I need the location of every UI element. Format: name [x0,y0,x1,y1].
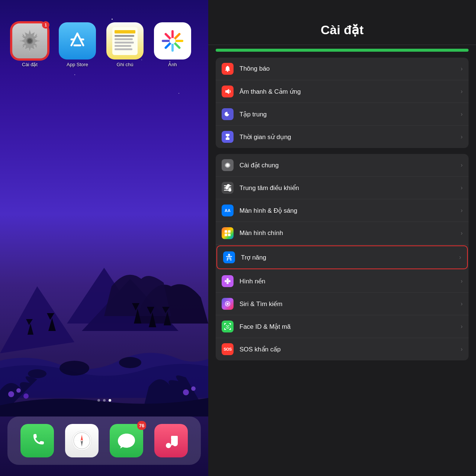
row-wallpaper[interactable]: Hình nền › [216,270,469,293]
svg-rect-46 [230,328,231,330]
dot-3 [109,399,111,402]
sound-icon [222,86,234,97]
appstore-icon[interactable] [59,22,96,60]
controlcenter-chevron: › [461,184,463,191]
svg-rect-29 [225,234,227,236]
general-label: Cài đặt chung [239,161,461,169]
flower-svg [224,277,231,285]
display-icon: AA [222,205,234,216]
sos-chevron: › [461,346,463,353]
settings-app-label: Cài đặt [22,62,38,67]
photos-icon[interactable] [154,22,191,60]
dock-music[interactable] [154,424,188,457]
row-screentime[interactable]: Thời gian sử dụng › [216,126,469,148]
row-focus[interactable]: Tập trung › [216,103,469,126]
faceid-label: Face ID & Mật mã [239,323,461,331]
row-accessibility[interactable]: Trợ năng › [216,245,468,269]
notifications-icon [222,63,234,75]
accessibility-svg [225,253,233,261]
svg-rect-28 [228,230,231,233]
dock-phone[interactable] [20,424,54,457]
music-icon [161,431,181,451]
controlcenter-label: Trung tâm điều khiển [239,184,461,192]
settings-header: Cài đặt [208,0,476,45]
row-controlcenter[interactable]: Trung tâm điều khiển › [216,177,469,199]
row-notifications[interactable]: Thông báo › [216,58,469,80]
settings-badge: 1 [42,21,49,29]
general-icon [222,159,234,171]
display-label: Màn hình & Độ sáng [239,207,461,215]
row-display[interactable]: AA Màn hình & Độ sáng › [216,199,469,222]
grid-svg [224,229,231,237]
notes-inner [112,27,138,55]
photos-app[interactable]: Ảnh [154,22,191,67]
svg-point-47 [226,325,227,326]
svg-rect-43 [224,323,225,325]
dot-1 [97,399,100,402]
focus-chevron: › [461,111,463,118]
screentime-icon [222,131,234,143]
row-general[interactable]: Cài đặt chung › [216,154,469,177]
row-faceid[interactable]: Face ID & Mật mã › [216,315,469,338]
svg-point-14 [28,39,32,43]
slider-dot-3 [228,189,231,192]
siri-svg [223,300,232,308]
appstore-app[interactable]: App Store [59,22,96,67]
top-indicator-bar [216,49,469,52]
svg-point-22 [166,443,171,448]
dock-messages[interactable]: 76 [110,424,143,457]
focus-icon [222,108,234,120]
svg-point-15 [170,38,176,44]
svg-point-7 [16,388,21,393]
photos-app-label: Ảnh [168,62,177,67]
svg-point-38 [226,303,229,305]
wallpaper-icon [222,275,234,287]
settings-icon[interactable]: 1 [11,22,48,60]
sound-chevron: › [461,88,463,95]
row-siri[interactable]: Siri & Tìm kiếm › [216,293,469,315]
notes-app[interactable]: Ghi chú [106,22,144,67]
settings-panel: Cài đặt Thông báo › [208,0,476,476]
landscape-background [0,249,208,416]
bell-svg [224,65,231,73]
sound-svg [224,88,231,95]
notes-icon[interactable] [106,22,144,60]
controlcenter-icon [222,182,234,194]
dock: 76 [7,416,201,465]
row-homescreen[interactable]: Màn hình chính › [216,222,469,245]
svg-point-6 [8,391,14,397]
svg-point-9 [183,389,189,395]
faceid-svg [223,322,232,331]
home-screen: 1 Cài đặt App Store [0,0,208,476]
general-chevron: › [461,162,463,168]
settings-app[interactable]: 1 Cài đặt [11,22,48,67]
aa-text: AA [225,208,231,213]
wallpaper-label: Hình nền [239,277,461,285]
hourglass-svg [224,133,231,141]
svg-rect-24 [171,436,178,440]
photos-svg [159,28,186,54]
svg-point-31 [228,254,230,256]
slider-2 [224,187,231,189]
homescreen-icon [222,227,234,239]
appstore-svg [66,30,89,52]
notes-app-label: Ghi chú [117,62,134,67]
moon-svg [224,110,231,118]
svg-rect-45 [224,328,225,330]
row-sound[interactable]: Âm thanh & Cảm ứng › [216,80,469,103]
siri-icon [222,298,234,310]
row-sos[interactable]: SOS SOS khẩn cấp › [216,338,469,360]
dock-safari[interactable] [65,424,99,457]
slider-dot-2 [225,186,228,189]
sliders-inner [224,185,231,191]
gear-svg-icon [17,28,42,54]
svg-rect-44 [230,323,231,325]
svg-point-8 [23,393,29,399]
svg-point-4 [119,357,141,368]
siri-chevron: › [461,300,463,307]
slider-1 [224,185,231,186]
svg-point-36 [226,280,229,282]
settings-title: Cài đặt [219,22,465,37]
homescreen-chevron: › [461,230,463,237]
svg-point-5 [28,369,46,378]
